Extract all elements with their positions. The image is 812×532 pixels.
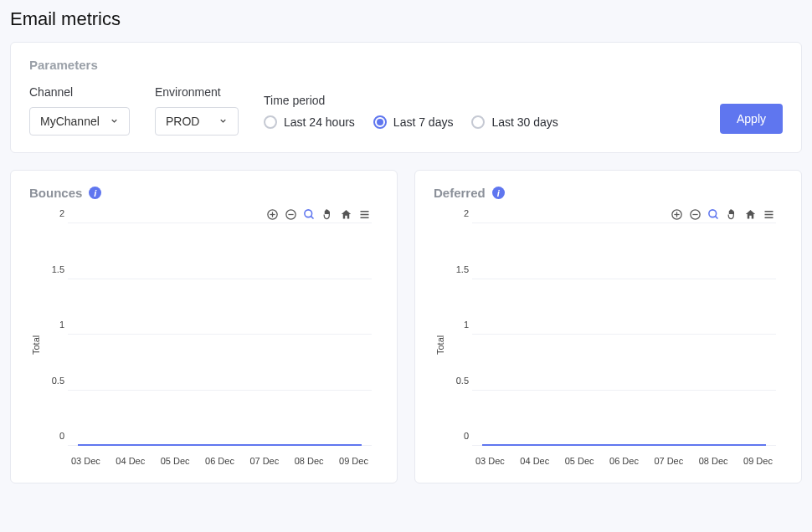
time-option-label: Last 24 hours — [284, 115, 355, 129]
radio-icon — [471, 115, 485, 129]
y-tick: 1 — [44, 320, 64, 330]
y-tick: 0 — [44, 431, 64, 441]
channel-field: Channel MyChannel — [29, 85, 130, 136]
y-tick: 1.5 — [449, 264, 469, 274]
plot-grid: 0 0.5 1 1.5 2 — [472, 223, 776, 446]
radio-icon — [264, 115, 277, 129]
channel-label: Channel — [29, 85, 130, 99]
x-tick: 08 Dec — [699, 456, 728, 466]
plot-area[interactable]: 0 0.5 1 1.5 2 03 Dec 04 Dec 0 — [447, 223, 783, 466]
bounces-card: Bounces i Total 0 0.5 — [10, 170, 398, 483]
deferred-plot: Total 0 0.5 1 1.5 2 — [434, 223, 783, 466]
data-line — [78, 444, 362, 446]
zoom-in-icon[interactable] — [265, 207, 280, 222]
svg-point-15 — [708, 209, 716, 217]
apply-button[interactable]: Apply — [720, 104, 783, 134]
selection-zoom-icon[interactable] — [706, 207, 721, 222]
channel-select[interactable]: MyChannel — [29, 107, 130, 136]
y-tick: 0.5 — [449, 376, 469, 386]
y-tick: 2 — [44, 208, 64, 218]
x-tick: 08 Dec — [295, 456, 324, 466]
y-axis-label: Total — [29, 223, 43, 466]
zoom-out-icon[interactable] — [687, 207, 702, 222]
parameters-card: Parameters Channel MyChannel Environment… — [10, 42, 802, 153]
bounces-plot: Total 0 0.5 1 1.5 2 — [29, 223, 378, 466]
environment-select[interactable]: PROD — [155, 107, 239, 136]
x-tick: 06 Dec — [205, 456, 234, 466]
x-tick: 05 Dec — [565, 456, 594, 466]
environment-value: PROD — [166, 115, 199, 128]
pan-icon[interactable] — [320, 207, 335, 222]
svg-point-5 — [304, 209, 311, 217]
time-option-label: Last 7 days — [393, 115, 454, 129]
chevron-down-icon — [218, 115, 228, 128]
environment-field: Environment PROD — [155, 85, 239, 136]
parameters-row: Channel MyChannel Environment PROD — [29, 85, 783, 136]
x-tick: 07 Dec — [654, 456, 683, 466]
time-period-label: Time period — [264, 94, 558, 107]
x-tick: 04 Dec — [116, 456, 145, 466]
x-tick: 06 Dec — [609, 456, 639, 466]
radio-icon — [373, 115, 387, 129]
time-period-field: Time period Last 24 hours Last 7 days La… — [264, 94, 558, 136]
bounces-header: Bounces i — [29, 186, 378, 200]
info-icon[interactable]: i — [492, 187, 505, 199]
x-tick: 03 Dec — [71, 456, 100, 466]
y-tick: 1 — [449, 320, 469, 330]
x-tick: 05 Dec — [161, 456, 190, 466]
deferred-toolbar — [434, 207, 783, 222]
selection-zoom-icon[interactable] — [301, 207, 316, 222]
x-axis: 03 Dec 04 Dec 05 Dec 06 Dec 07 Dec 08 De… — [472, 451, 776, 466]
bounces-toolbar — [29, 207, 378, 222]
zoom-out-icon[interactable] — [283, 207, 298, 222]
deferred-header: Deferred i — [434, 186, 783, 200]
time-option-30d[interactable]: Last 30 days — [471, 115, 558, 129]
chevron-down-icon — [110, 115, 119, 128]
x-tick: 09 Dec — [339, 456, 368, 466]
environment-label: Environment — [155, 85, 239, 99]
time-option-7d[interactable]: Last 7 days — [373, 115, 454, 129]
page: Email metrics Parameters Channel MyChann… — [0, 0, 812, 492]
plot-grid: 0 0.5 1 1.5 2 — [68, 223, 372, 446]
x-axis: 03 Dec 04 Dec 05 Dec 06 Dec 07 Dec 08 De… — [68, 451, 372, 466]
deferred-title: Deferred — [434, 186, 486, 200]
y-tick: 2 — [449, 208, 469, 218]
y-tick: 0.5 — [44, 376, 64, 386]
time-option-label: Last 30 days — [491, 115, 558, 129]
home-icon[interactable] — [338, 207, 353, 222]
plot-area[interactable]: 0 0.5 1 1.5 2 03 Dec 04 Dec 0 — [43, 223, 378, 466]
x-tick: 09 Dec — [743, 456, 773, 466]
y-axis-label: Total — [434, 223, 447, 466]
svg-line-6 — [311, 216, 313, 218]
deferred-card: Deferred i Total 0 0.5 — [414, 170, 802, 483]
y-tick: 1.5 — [44, 264, 64, 274]
pan-icon[interactable] — [724, 207, 739, 222]
parameters-section-title: Parameters — [29, 58, 783, 72]
time-option-24h[interactable]: Last 24 hours — [264, 115, 355, 129]
zoom-in-icon[interactable] — [669, 207, 684, 222]
bounces-title: Bounces — [29, 186, 82, 200]
x-tick: 03 Dec — [475, 456, 505, 466]
svg-line-16 — [715, 216, 717, 218]
y-tick: 0 — [449, 431, 469, 441]
page-title: Email metrics — [10, 8, 802, 30]
data-line — [482, 444, 766, 446]
channel-value: MyChannel — [40, 115, 100, 128]
home-icon[interactable] — [743, 207, 758, 222]
charts-row: Bounces i Total 0 0.5 — [10, 170, 802, 483]
menu-icon[interactable] — [761, 207, 776, 222]
time-period-radio-group: Last 24 hours Last 7 days Last 30 days — [264, 115, 558, 136]
x-tick: 07 Dec — [249, 456, 279, 466]
menu-icon[interactable] — [357, 207, 372, 222]
x-tick: 04 Dec — [520, 456, 549, 466]
info-icon[interactable]: i — [89, 187, 101, 199]
